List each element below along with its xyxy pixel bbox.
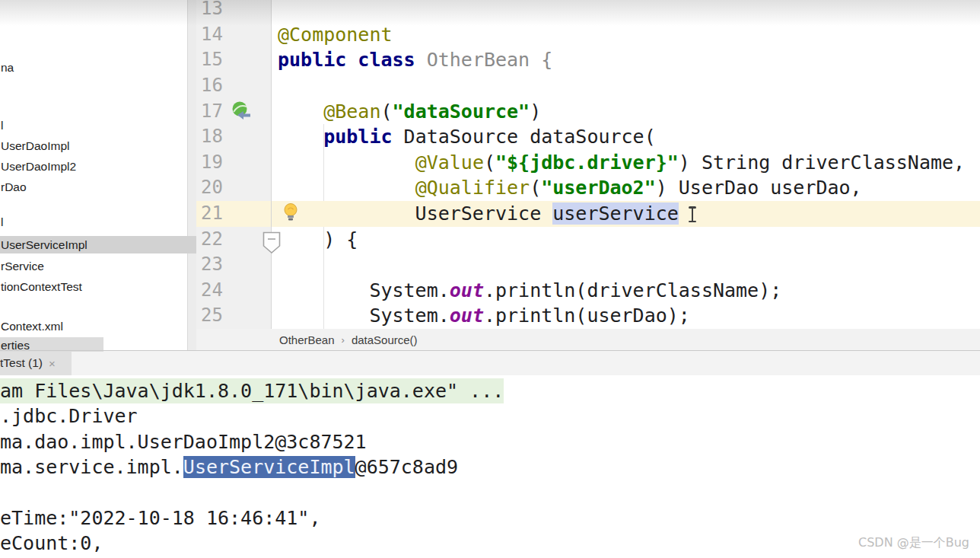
code-token: "userDao2" <box>541 177 656 199</box>
console-line: ma.service.impl.UserServiceImpl@657c8ad9 <box>0 454 458 480</box>
tree-item[interactable]: rDao <box>1 180 27 194</box>
console-text: ma.dao.impl.UserDaoImpl2@3c87521 <box>0 431 367 453</box>
code-token: "${jdbc.driver}" <box>495 151 679 174</box>
gutter-line-number[interactable]: 15 <box>201 47 254 73</box>
console-tab-bar: tTest (1) × <box>0 351 980 375</box>
tree-item[interactable]: UserServiceImpl <box>1 238 88 252</box>
console-text: eCount:0, <box>0 532 103 554</box>
code-token <box>278 151 415 174</box>
code-token: .println(userDao); <box>484 305 690 327</box>
console-text: am Files\Java\jdk1.8.0_171\bin\java.exe"… <box>0 380 504 402</box>
fold-marker-icon[interactable] <box>262 231 281 254</box>
code-token: System. <box>278 279 450 301</box>
gutter-line-number[interactable]: 16 <box>201 73 254 99</box>
lightbulb-icon[interactable] <box>283 202 298 223</box>
code-token: out <box>450 305 484 327</box>
console-line: ma.dao.impl.UserDaoImpl2@3c87521 <box>0 429 367 454</box>
code-token: DataSource dataSource( <box>404 126 656 148</box>
code-editor[interactable]: 1314@Component15public class OtherBean {… <box>196 0 980 329</box>
gutter-line-number[interactable]: 25 <box>201 303 254 329</box>
code-token: UserService <box>278 202 552 225</box>
code-line[interactable]: @Bean("dataSource") <box>278 99 541 125</box>
gutter-line-number[interactable]: 22 <box>201 227 254 253</box>
bean-icon[interactable] <box>231 101 251 121</box>
breadcrumb: OtherBean › dataSource() <box>196 329 980 350</box>
gutter-line-number[interactable]: 23 <box>201 252 254 278</box>
gutter-line-number[interactable]: 21 <box>201 201 254 227</box>
console-line: am Files\Java\jdk1.8.0_171\bin\java.exe"… <box>0 378 504 403</box>
code-token: OtherBean { <box>427 49 553 71</box>
code-token: ) <box>530 100 541 123</box>
code-token: ( <box>530 177 541 199</box>
gutter-line-number[interactable]: 14 <box>201 22 254 48</box>
tree-item[interactable]: l <box>1 215 3 229</box>
breadcrumb-bar: OtherBean › dataSource() <box>196 329 980 350</box>
tree-item[interactable]: UserDaoImpl <box>1 139 69 153</box>
gutter-line-number[interactable]: 19 <box>201 150 254 176</box>
code-line[interactable]: System.out.println(driverClassName); <box>278 278 781 304</box>
tree-scrollbar[interactable] <box>187 0 196 350</box>
mouse-ibeam-cursor <box>687 206 698 222</box>
tree-item[interactable]: na <box>1 61 14 75</box>
code-line[interactable]: UserService userService <box>278 201 679 227</box>
code-token: ) UserDao userDao, <box>656 177 862 199</box>
breadcrumb-item-method[interactable]: dataSource() <box>352 333 418 346</box>
code-token <box>278 126 323 148</box>
code-line[interactable]: @Value("${jdbc.driver}") String driverCl… <box>278 150 965 176</box>
code-token <box>278 177 415 199</box>
code-token: out <box>450 279 484 301</box>
gutter-line-number[interactable]: 24 <box>201 278 254 304</box>
code-token: ) String driverClassName, <box>679 151 965 174</box>
console-line: .jdbc.Driver <box>0 403 138 429</box>
code-token: ( <box>380 100 392 123</box>
code-token: "dataSource" <box>393 100 530 123</box>
console-line: eTime:"2022-10-18 16:46:41", <box>0 505 320 531</box>
code-line[interactable]: @Component <box>278 22 393 48</box>
gutter-border <box>271 0 272 329</box>
run-console-tab-label: tTest (1) <box>0 356 43 370</box>
tree-item[interactable]: UserDaoImpl2 <box>1 160 76 174</box>
code-line[interactable]: public class OtherBean { <box>278 47 552 73</box>
code-token: public class <box>278 49 427 71</box>
console-text: @657c8ad9 <box>355 456 458 478</box>
chevron-right-icon: › <box>342 334 345 346</box>
console-line: eCount:0, <box>0 531 103 556</box>
code-token: userService <box>552 202 679 225</box>
code-token: .println(driverClassName); <box>484 279 781 301</box>
code-token: @Component <box>278 24 393 46</box>
code-token: @Bean <box>323 100 380 123</box>
code-line[interactable]: public DataSource dataSource( <box>278 124 656 150</box>
code-token: public <box>323 126 403 148</box>
code-line[interactable]: ) { <box>278 227 358 253</box>
gutter-line-number[interactable]: 20 <box>201 175 254 201</box>
run-console-output[interactable]: am Files\Java\jdk1.8.0_171\bin\java.exe"… <box>0 375 980 558</box>
code-token: System. <box>278 305 450 327</box>
tree-item[interactable]: Context.xml <box>1 320 63 333</box>
code-token: ( <box>484 151 495 174</box>
code-token: ) { <box>278 228 358 250</box>
tree-item[interactable]: l <box>1 119 3 132</box>
code-token: @Qualifier <box>415 177 530 199</box>
watermark: CSDN @是一个Bug <box>858 535 969 551</box>
console-text: .jdbc.Driver <box>0 405 138 427</box>
code-token: @Value <box>415 151 484 174</box>
run-console-tab[interactable]: tTest (1) × <box>0 351 72 375</box>
close-icon[interactable]: × <box>49 357 56 370</box>
gutter-line-number[interactable]: 18 <box>201 124 254 150</box>
project-tree[interactable]: nalUserDaoImplUserDaoImpl2rDaolUserServi… <box>0 0 196 352</box>
breadcrumb-item-class[interactable]: OtherBean <box>279 333 335 346</box>
console-text: eTime:"2022-10-18 16:46:41", <box>0 507 320 529</box>
console-text: UserServiceImpl <box>183 456 355 478</box>
gutter-line-number[interactable]: 13 <box>201 0 254 22</box>
console-text: ma.service.impl. <box>0 456 183 478</box>
tree-item[interactable]: rService <box>1 260 44 273</box>
panel-separator <box>0 350 980 351</box>
code-token <box>278 100 323 123</box>
code-line[interactable]: System.out.println(userDao); <box>278 303 690 329</box>
tree-item[interactable]: tionContextTest <box>1 280 82 294</box>
code-line[interactable]: @Qualifier("userDao2") UserDao userDao, <box>278 175 862 201</box>
